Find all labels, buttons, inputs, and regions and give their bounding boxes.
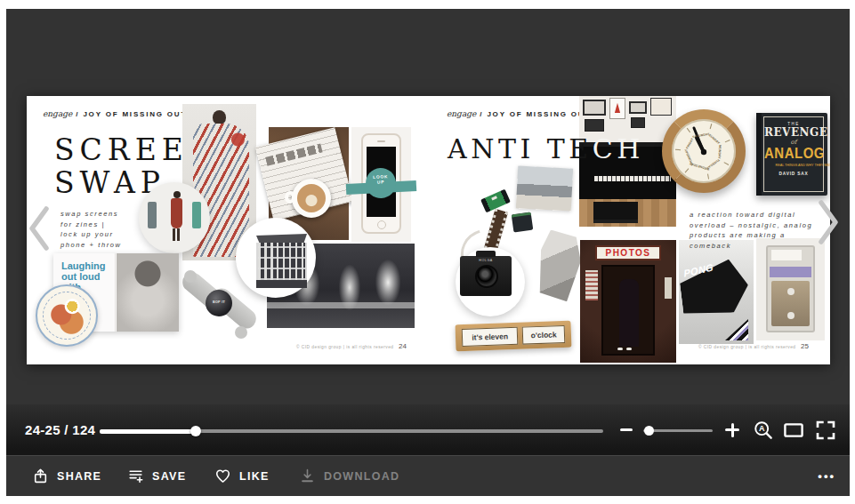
piano-keys xyxy=(594,176,671,181)
bop-it-toy: BOP IT xyxy=(182,268,256,344)
phone-speaker xyxy=(377,140,385,142)
readers-circle-photo xyxy=(139,182,210,253)
page-footer: © CID design group | is all rights reser… xyxy=(296,342,407,350)
magazine-spread[interactable]: engage / JOY OF MISSING OUT SCREEN SWAP … xyxy=(27,96,830,364)
person-silhouette xyxy=(619,279,639,347)
page-controls-bar: 24-25 / 124 A xyxy=(6,404,850,455)
next-page-button[interactable] xyxy=(812,196,844,248)
zine-portrait-photo xyxy=(117,253,179,332)
booth-doorway xyxy=(601,265,655,356)
single-page-view-button[interactable] xyxy=(782,420,805,441)
magnifier-a-icon: A xyxy=(753,420,774,441)
cassette-tape xyxy=(771,281,810,326)
cage-base xyxy=(256,280,307,288)
cassette-purple-band xyxy=(770,267,811,277)
word-clock: it's eleven o'clock xyxy=(456,321,572,352)
pong-stripes xyxy=(725,319,748,340)
text-search-button[interactable]: A xyxy=(752,420,775,441)
previous-page-button[interactable] xyxy=(23,203,55,254)
heart-icon xyxy=(214,468,231,484)
like-button[interactable]: LIKE xyxy=(214,456,270,496)
book-analog: ANALOG xyxy=(764,146,823,162)
chevron-right-icon xyxy=(812,196,844,248)
photo-booth-photo: PHOTOS xyxy=(580,240,676,363)
zoom-slider-thumb[interactable] xyxy=(644,426,654,436)
cage-lid xyxy=(256,234,307,243)
page-footer: © CID design group | is all rights reser… xyxy=(698,342,809,350)
wall-frame xyxy=(631,117,645,128)
camera-part xyxy=(535,228,584,302)
copyright-text: © CID design group | is all rights reser… xyxy=(296,345,393,349)
camera-top-plate xyxy=(476,251,496,257)
cassette-hub xyxy=(787,312,795,319)
phone-lock-photo: LOOK UP xyxy=(351,127,411,242)
eyebrow-italic: engage xyxy=(447,109,476,118)
woman-head xyxy=(213,110,226,124)
day-of-week-clock: SATURDAY SUNDAY MONDAY TUESDAY WEDNESDAY… xyxy=(662,109,746,193)
wall-frame xyxy=(629,101,647,114)
page-left: engage / JOY OF MISSING OUT SCREEN SWAP … xyxy=(27,96,428,364)
section-eyebrow: engage / JOY OF MISSING OUT xyxy=(43,109,187,118)
plus-icon xyxy=(731,423,734,437)
camera-brand-label: HOLGA xyxy=(471,259,502,262)
zoom-out-button[interactable] xyxy=(617,420,636,439)
illustrated-plate xyxy=(36,284,98,347)
download-button-disabled[interactable]: DOWNLOAD xyxy=(299,456,399,496)
book-subtitle: REAL THINGS AND WHY THEY MATTER xyxy=(776,164,812,167)
holga-camera: HOLGA xyxy=(460,256,512,296)
save-button[interactable]: SAVE xyxy=(127,456,186,496)
booth-price-list xyxy=(585,270,598,300)
scrubber-fill xyxy=(100,429,196,434)
camera-lens xyxy=(475,265,498,288)
like-label: LIKE xyxy=(239,470,270,483)
eyebrow-italic: engage xyxy=(43,109,72,118)
wall-frame-red-art xyxy=(609,98,625,119)
page-number: 25 xyxy=(801,342,809,350)
eyebrow-separator: / xyxy=(76,110,79,118)
booth-side-tag xyxy=(665,277,672,299)
minus-icon xyxy=(620,428,633,431)
latte-art xyxy=(297,184,326,212)
plate-illustration xyxy=(43,292,91,340)
wall-frame xyxy=(585,119,604,132)
bopit-knob-top xyxy=(184,270,197,283)
eyebrow-text: JOY OF MISSING OUT xyxy=(487,110,591,118)
cassette-case xyxy=(766,245,815,332)
wall-frame xyxy=(583,100,606,116)
clock-face: SATURDAY SUNDAY MONDAY TUESDAY WEDNESDAY… xyxy=(672,119,736,183)
title-light-part: CH xyxy=(593,133,644,164)
scrubber-thumb[interactable] xyxy=(190,426,201,436)
svg-text:A: A xyxy=(759,424,765,433)
more-options-button[interactable]: ••• xyxy=(818,456,835,496)
title-dark-part: ANTI TE xyxy=(448,133,593,164)
reader-figure-right xyxy=(192,202,201,228)
photos-sign: PHOTOS xyxy=(595,245,661,260)
page-number: 24 xyxy=(399,342,407,350)
bopit-label: BOP IT xyxy=(211,300,228,304)
cassette-label xyxy=(771,250,802,260)
zoom-in-button[interactable] xyxy=(722,420,742,439)
cassette-hub xyxy=(787,288,795,295)
share-button[interactable]: SHARE xyxy=(32,456,101,496)
page-scrubber[interactable] xyxy=(100,424,603,438)
save-label: SAVE xyxy=(152,470,186,483)
cage-bars xyxy=(256,243,307,280)
anti-tech-caption: a reaction toward digital overload – nos… xyxy=(690,210,812,252)
download-label: DOWNLOAD xyxy=(324,470,399,483)
book-cover: THE REVENGE of ANALOG REAL THINGS AND WH… xyxy=(763,116,824,192)
page-title-anti-tech: ANTI TECH xyxy=(448,133,644,164)
reader-figure-left xyxy=(148,202,157,228)
phone-home-button xyxy=(377,220,386,229)
cassette-photo xyxy=(756,238,825,340)
copyright-text: © CID design group | is all rights reser… xyxy=(698,345,795,349)
tag-text-up: UP xyxy=(368,180,392,185)
section-eyebrow: engage / JOY OF MISSING OUT xyxy=(447,109,591,118)
eyebrow-separator: / xyxy=(480,110,483,118)
word-clock-hours: it's eleven xyxy=(462,327,519,347)
fullscreen-button[interactable] xyxy=(814,420,837,441)
zoom-slider[interactable] xyxy=(643,424,713,436)
page-rectangle-icon xyxy=(783,420,804,441)
book-the: THE xyxy=(771,122,816,126)
film-cartridge xyxy=(512,212,534,233)
phone-jail-cage xyxy=(256,234,307,289)
